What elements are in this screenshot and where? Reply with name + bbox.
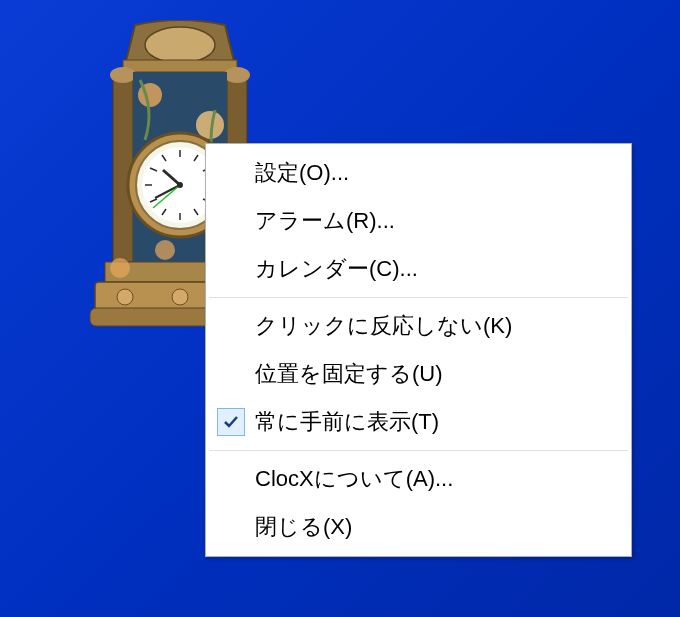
svg-point-28 <box>177 182 183 188</box>
menu-separator <box>209 297 628 298</box>
menu-label: クリックに反応しない(K) <box>255 311 512 341</box>
svg-rect-1 <box>123 60 237 72</box>
menu-label: ClocXについて(A)... <box>255 464 453 494</box>
svg-point-4 <box>110 67 136 83</box>
menu-label: 常に手前に表示(T) <box>255 407 439 437</box>
menu-label: アラーム(R)... <box>255 206 395 236</box>
svg-point-33 <box>172 289 188 305</box>
menu-label: カレンダー(C)... <box>255 254 418 284</box>
menu-item-calendar[interactable]: カレンダー(C)... <box>209 245 628 293</box>
menu-label: 位置を固定する(U) <box>255 359 443 389</box>
menu-item-lock-position[interactable]: 位置を固定する(U) <box>209 350 628 398</box>
context-menu: 設定(O)... アラーム(R)... カレンダー(C)... クリックに反応し… <box>205 143 632 557</box>
menu-label: 設定(O)... <box>255 158 349 188</box>
svg-point-5 <box>224 67 250 83</box>
svg-point-9 <box>155 240 175 260</box>
check-icon <box>217 408 245 436</box>
menu-separator <box>209 450 628 451</box>
menu-label: 閉じる(X) <box>255 512 352 542</box>
svg-point-32 <box>117 289 133 305</box>
menu-item-always-on-top[interactable]: 常に手前に表示(T) <box>209 398 628 446</box>
menu-item-about[interactable]: ClocXについて(A)... <box>209 455 628 503</box>
menu-item-no-click-response[interactable]: クリックに反応しない(K) <box>209 302 628 350</box>
menu-item-settings[interactable]: 設定(O)... <box>209 149 628 197</box>
svg-point-35 <box>110 258 130 278</box>
svg-point-0 <box>145 27 215 63</box>
menu-item-close[interactable]: 閉じる(X) <box>209 503 628 551</box>
menu-item-alarm[interactable]: アラーム(R)... <box>209 197 628 245</box>
